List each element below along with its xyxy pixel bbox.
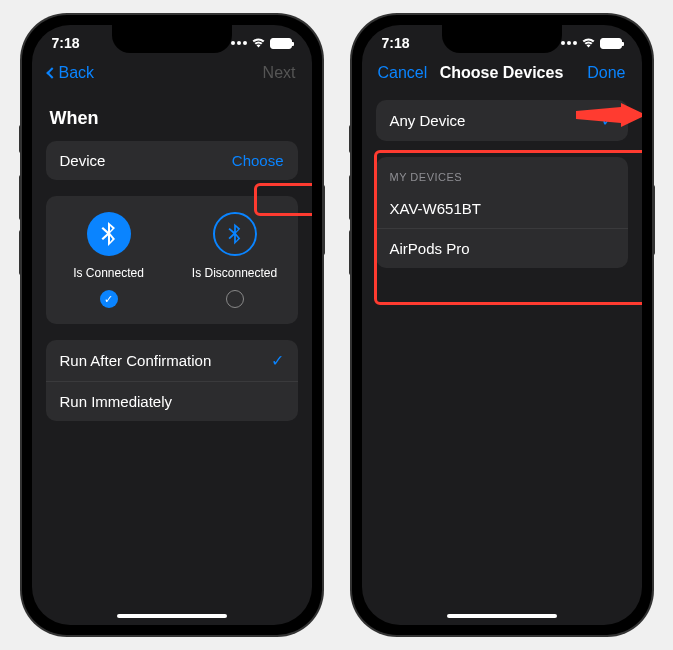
next-button[interactable]: Next bbox=[236, 64, 296, 82]
radio-checked-icon: ✓ bbox=[100, 290, 118, 308]
battery-icon bbox=[270, 38, 292, 49]
device-row[interactable]: XAV-W651BT bbox=[376, 189, 628, 229]
section-title-when: When bbox=[50, 108, 294, 129]
option-is-connected[interactable]: Is Connected ✓ bbox=[46, 212, 172, 308]
wifi-icon bbox=[581, 36, 596, 51]
back-button[interactable]: Back bbox=[48, 64, 108, 82]
any-device-row[interactable]: Any Device ✓ bbox=[376, 100, 628, 141]
chevron-left-icon bbox=[46, 67, 57, 78]
home-indicator[interactable] bbox=[117, 614, 227, 618]
connection-options: Is Connected ✓ Is Disconnected bbox=[46, 196, 298, 324]
option-is-disconnected[interactable]: Is Disconnected bbox=[172, 212, 298, 308]
status-time: 7:18 bbox=[382, 35, 410, 51]
phone-left: 7:18 Back Next When bbox=[22, 15, 322, 635]
device-row[interactable]: AirPods Pro bbox=[376, 229, 628, 268]
device-row[interactable]: Device Choose bbox=[46, 141, 298, 180]
nav-bar: Cancel Choose Devices Done bbox=[362, 56, 642, 90]
nav-bar: Back Next bbox=[32, 56, 312, 90]
run-after-confirmation-row[interactable]: Run After Confirmation ✓ bbox=[46, 340, 298, 382]
done-button[interactable]: Done bbox=[565, 64, 625, 82]
run-immediately-row[interactable]: Run Immediately bbox=[46, 382, 298, 421]
notch bbox=[112, 25, 232, 53]
checkmark-icon: ✓ bbox=[271, 351, 284, 370]
bluetooth-disconnected-icon bbox=[213, 212, 257, 256]
choose-button[interactable]: Choose bbox=[232, 152, 284, 169]
checkmark-icon: ✓ bbox=[601, 111, 614, 130]
cancel-button[interactable]: Cancel bbox=[378, 64, 438, 82]
battery-icon bbox=[600, 38, 622, 49]
status-time: 7:18 bbox=[52, 35, 80, 51]
home-indicator[interactable] bbox=[447, 614, 557, 618]
phone-right: 7:18 Cancel Choose Devices Done bbox=[352, 15, 652, 635]
device-label: Device bbox=[60, 152, 106, 169]
radio-unchecked-icon bbox=[226, 290, 244, 308]
bluetooth-connected-icon bbox=[87, 212, 131, 256]
wifi-icon bbox=[251, 36, 266, 51]
my-devices-header: MY DEVICES bbox=[376, 157, 628, 189]
nav-title: Choose Devices bbox=[440, 64, 564, 82]
notch bbox=[442, 25, 562, 53]
